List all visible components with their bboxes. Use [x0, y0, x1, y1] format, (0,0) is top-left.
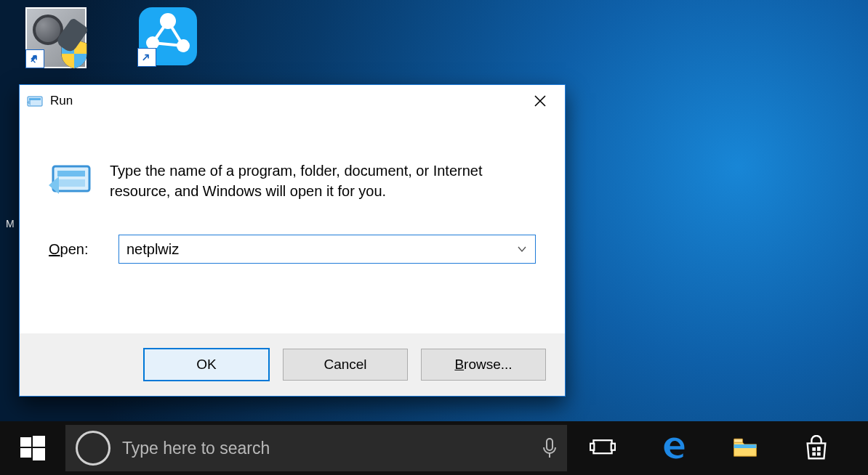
file-explorer-button[interactable]: [710, 421, 781, 475]
shortcut-arrow-icon: [25, 49, 44, 68]
svg-rect-4: [29, 98, 41, 100]
taskbar: Type here to search: [0, 421, 868, 475]
svg-rect-15: [590, 444, 594, 450]
svg-rect-18: [734, 439, 743, 442]
open-combobox[interactable]: [118, 235, 536, 264]
search-placeholder: Type here to search: [122, 439, 532, 458]
edge-button[interactable]: [638, 421, 710, 475]
shareit-icon: [139, 7, 197, 65]
desktop-icon-lmtools[interactable]: [23, 7, 89, 71]
start-button[interactable]: [0, 421, 65, 475]
cancel-button[interactable]: Cancel: [283, 349, 408, 381]
svg-rect-7: [57, 179, 85, 187]
edge-icon: [661, 435, 687, 461]
browse-button[interactable]: Browse...: [421, 349, 546, 381]
close-button[interactable]: [515, 85, 565, 117]
svg-rect-19: [812, 447, 816, 451]
desktop-label-partial: M: [6, 218, 15, 230]
svg-rect-17: [734, 444, 757, 448]
combobox-caret[interactable]: [509, 235, 535, 263]
svg-rect-14: [593, 440, 611, 453]
close-icon: [534, 94, 547, 107]
svg-rect-12: [547, 439, 552, 450]
dialog-title: Run: [50, 94, 73, 108]
run-dialog-icon: [49, 161, 92, 198]
svg-rect-21: [812, 452, 816, 456]
svg-rect-8: [20, 437, 31, 447]
windows-logo-icon: [20, 436, 45, 460]
chevron-down-icon: [517, 244, 527, 254]
svg-rect-6: [57, 171, 85, 176]
desktop-icon-shareit[interactable]: [135, 7, 201, 68]
ok-button[interactable]: OK: [143, 348, 270, 381]
cortana-icon: [76, 431, 110, 466]
run-dialog: Run Type the name of a program, folder, …: [19, 84, 566, 397]
dialog-description: Type the name of a program, folder, docu…: [110, 161, 536, 201]
store-button[interactable]: [781, 421, 852, 475]
lmtools-icon: [25, 7, 87, 68]
microphone-button[interactable]: [532, 438, 567, 458]
open-input[interactable]: [119, 235, 509, 263]
uac-shield-icon: [60, 38, 88, 70]
task-view-icon: [590, 435, 616, 461]
file-explorer-icon: [732, 435, 758, 461]
svg-rect-10: [20, 448, 31, 458]
dialog-button-row: OK Cancel Browse...: [20, 333, 565, 396]
svg-rect-11: [33, 448, 45, 460]
svg-rect-20: [817, 447, 821, 451]
svg-rect-22: [817, 452, 821, 456]
title-bar[interactable]: Run: [20, 85, 565, 117]
shortcut-arrow-icon: [137, 48, 156, 67]
svg-rect-16: [611, 444, 615, 450]
taskbar-search[interactable]: Type here to search: [65, 425, 567, 471]
open-label: Open:: [49, 241, 118, 258]
microphone-icon: [542, 438, 558, 458]
store-icon: [803, 435, 829, 461]
task-view-button[interactable]: [567, 421, 638, 475]
svg-rect-9: [33, 436, 45, 447]
run-window-icon: [27, 94, 43, 108]
